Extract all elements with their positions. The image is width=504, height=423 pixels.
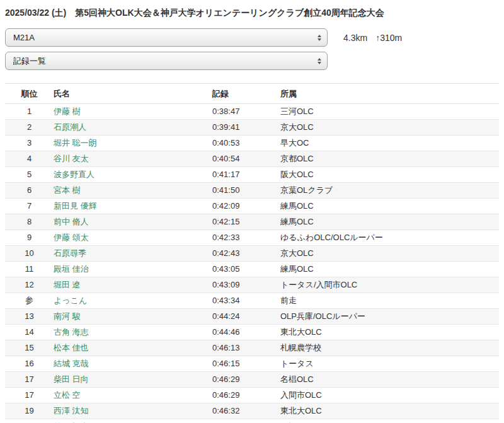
runner-name-link[interactable]: 結城 克哉	[54, 356, 212, 372]
runner-name-link[interactable]: 石原潮人	[54, 120, 212, 136]
time-cell: 0:42:33	[212, 230, 280, 246]
time-cell: 0:40:53	[212, 136, 280, 151]
club-cell: OLP兵庫/OLCルーパー	[280, 309, 499, 325]
rank-cell: 13	[5, 309, 54, 325]
rank-cell: 3	[5, 136, 54, 151]
table-row: 8 前中 脩人 0:42:15 練馬OLC	[5, 214, 499, 230]
runner-name-link[interactable]: 堀田 遼	[54, 277, 212, 293]
course-info: 4.3km↑310m	[343, 33, 402, 43]
time-cell: 0:46:29	[212, 388, 280, 403]
runner-name-link[interactable]: よっこん	[54, 293, 212, 309]
rank-cell: 17	[5, 388, 54, 403]
rank-cell: 参	[5, 293, 54, 309]
club-cell: トータス	[280, 356, 499, 372]
table-row: 16 結城 克哉 0:46:15 トータス	[5, 356, 499, 372]
club-cell: 練馬OLC	[280, 262, 499, 277]
class-select-wrap: M21A	[5, 28, 328, 47]
runner-name-link[interactable]: 伊藤 頌太	[54, 230, 212, 246]
runner-name-link[interactable]: 西澤 汰知	[54, 403, 212, 419]
runner-name-link[interactable]: 前田 裕太	[54, 419, 212, 423]
table-row: 4 谷川 友太 0:40:54 京都OLC	[5, 151, 499, 167]
rank-cell: 11	[5, 262, 54, 277]
runner-name-link[interactable]: 谷川 友太	[54, 151, 212, 167]
table-row: 12 堀田 遼 0:43:09 トータス/入間市OLC	[5, 277, 499, 293]
club-cell: 早大OC	[280, 136, 499, 151]
runner-name-link[interactable]: 古角 海志	[54, 325, 212, 340]
table-row: 20 前田 裕太 0:46:47 三河OLC	[5, 419, 499, 423]
view-filter-row: 記録一覧	[5, 52, 499, 70]
club-cell: 東北大OLC	[280, 403, 499, 419]
rank-cell: 7	[5, 199, 54, 214]
club-cell: 練馬OLC	[280, 199, 499, 214]
time-cell: 0:46:29	[212, 372, 280, 388]
runner-name-link[interactable]: 立松 空	[54, 388, 212, 403]
runner-name-link[interactable]: 南河 駿	[54, 309, 212, 325]
table-row: 6 宮本 樹 0:41:50 京葉OLクラブ	[5, 183, 499, 199]
rank-cell: 8	[5, 214, 54, 230]
time-cell: 0:43:34	[212, 293, 280, 309]
runner-name-link[interactable]: 柴田 日向	[54, 372, 212, 388]
runner-name-link[interactable]: 前中 脩人	[54, 214, 212, 230]
runner-name-link[interactable]: 宮本 樹	[54, 183, 212, 199]
time-cell: 0:43:09	[212, 277, 280, 293]
rank-column-header: 順位	[5, 84, 54, 104]
name-column-header: 氏名	[54, 84, 212, 104]
runner-name-link[interactable]: 石原尋季	[54, 246, 212, 262]
club-cell: 名椙OLC	[280, 372, 499, 388]
time-cell: 0:39:41	[212, 120, 280, 136]
runner-name-link[interactable]: 新田見 優輝	[54, 199, 212, 214]
rank-cell: 14	[5, 325, 54, 340]
rank-cell: 12	[5, 277, 54, 293]
club-cell: 京葉OLクラブ	[280, 183, 499, 199]
club-cell: 東北大OLC	[280, 325, 499, 340]
club-cell: 京大OLC	[280, 246, 499, 262]
header-row: 順位 氏名 記録 所属	[5, 84, 499, 104]
rank-cell: 1	[5, 104, 54, 120]
club-cell: 入間市OLC	[280, 388, 499, 403]
rank-cell: 6	[5, 183, 54, 199]
time-cell: 0:41:17	[212, 167, 280, 183]
table-row: 7 新田見 優輝 0:42:09 練馬OLC	[5, 199, 499, 214]
time-cell: 0:42:43	[212, 246, 280, 262]
class-select[interactable]: M21A	[5, 28, 328, 47]
time-cell: 0:46:13	[212, 340, 280, 356]
table-row: 9 伊藤 頌太 0:42:33 ゆるふわOLC/OLCルーパー	[5, 230, 499, 246]
class-filter-row: M21A 4.3km↑310m	[5, 28, 499, 47]
course-distance: 4.3km	[343, 33, 367, 43]
club-cell: 練馬OLC	[280, 214, 499, 230]
view-select-wrap: 記録一覧	[5, 52, 328, 70]
time-cell: 0:38:47	[212, 104, 280, 120]
table-row: 5 波多野直人 0:41:17 阪大OLC	[5, 167, 499, 183]
event-title: 第5回神大OLK大会＆神戸大学オリエンテーリングクラブ創立40周年記念大会	[75, 8, 384, 18]
view-select[interactable]: 記録一覧	[5, 52, 328, 70]
rank-cell: 10	[5, 246, 54, 262]
table-row: 11 殿垣 佳治 0:43:05 練馬OLC	[5, 262, 499, 277]
runner-name-link[interactable]: 波多野直人	[54, 167, 212, 183]
table-row: 14 古角 海志 0:44:46 東北大OLC	[5, 325, 499, 340]
time-column-header: 記録	[212, 84, 280, 104]
table-row: 17 立松 空 0:46:29 入間市OLC	[5, 388, 499, 403]
runner-name-link[interactable]: 殿垣 佳治	[54, 262, 212, 277]
table-row: 1 伊藤 樹 0:38:47 三河OLC	[5, 104, 499, 120]
time-cell: 0:41:50	[212, 183, 280, 199]
runner-name-link[interactable]: 松本 佳也	[54, 340, 212, 356]
club-column-header: 所属	[280, 84, 499, 104]
club-cell: 札幌農学校	[280, 340, 499, 356]
club-cell: 前走	[280, 293, 499, 309]
rank-cell: 16	[5, 356, 54, 372]
club-cell: 三河OLC	[280, 419, 499, 423]
runner-name-link[interactable]: 伊藤 樹	[54, 104, 212, 120]
table-row: 参 よっこん 0:43:34 前走	[5, 293, 499, 309]
runner-name-link[interactable]: 堀井 聡一朗	[54, 136, 212, 151]
time-cell: 0:44:46	[212, 325, 280, 340]
course-climb: ↑310m	[375, 33, 402, 43]
time-cell: 0:40:54	[212, 151, 280, 167]
results-table-body: 1 伊藤 樹 0:38:47 三河OLC 2 石原潮人 0:39:41 京大OL…	[5, 104, 499, 423]
rank-cell: 4	[5, 151, 54, 167]
rank-cell: 5	[5, 167, 54, 183]
table-row: 10 石原尋季 0:42:43 京大OLC	[5, 246, 499, 262]
table-row: 19 西澤 汰知 0:46:32 東北大OLC	[5, 403, 499, 419]
club-cell: 京都OLC	[280, 151, 499, 167]
event-date: 2025/03/22 (土)	[5, 8, 66, 18]
rank-cell: 2	[5, 120, 54, 136]
